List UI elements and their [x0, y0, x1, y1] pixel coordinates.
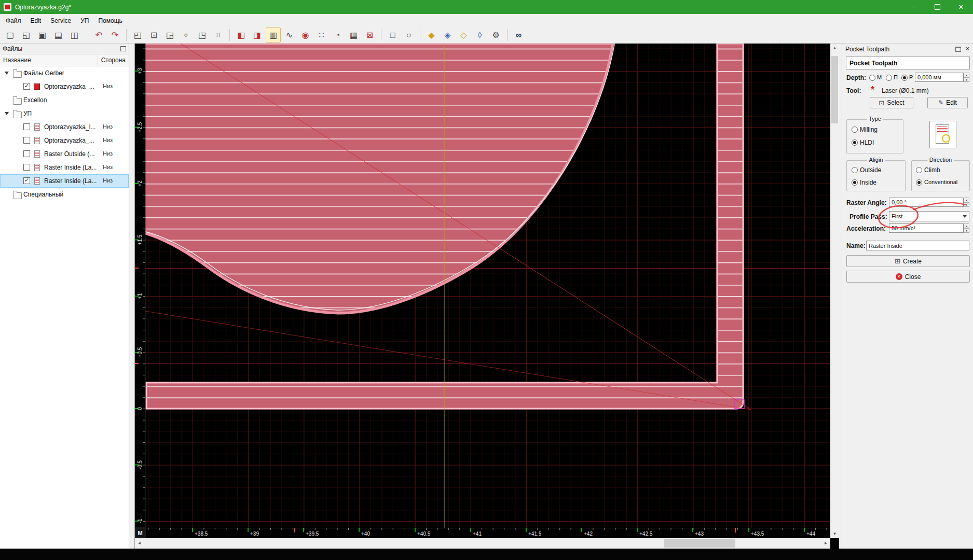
scroll-right-arrow[interactable]: ►	[821, 539, 830, 548]
depth-input[interactable]: 0,000 мм	[915, 73, 964, 82]
curve-tool-icon[interactable]: ∿	[282, 27, 297, 43]
scroll-up-arrow[interactable]: ▲	[830, 44, 839, 52]
mirror-vertical-icon[interactable]: ◨	[250, 27, 265, 43]
create-button[interactable]: Create	[846, 255, 970, 267]
align-option-inside[interactable]: Inside	[860, 179, 876, 186]
close-panel-button[interactable]: Close	[846, 271, 970, 283]
minimize-button[interactable]	[901, 0, 925, 14]
redo-icon[interactable]: ↷	[107, 27, 122, 43]
raster-angle-spinner[interactable]: ▲▼	[964, 198, 969, 207]
raster-angle-input[interactable]: 0,00 °	[889, 198, 964, 207]
vertical-scroll-thumb[interactable]	[831, 56, 838, 123]
direction-option-climb[interactable]: Climb	[924, 166, 940, 174]
tree-row-up-folder[interactable]: УП	[0, 107, 129, 120]
menu-edit[interactable]: Edit	[26, 15, 46, 26]
layer-checkbox[interactable]	[23, 177, 30, 184]
open-file-icon[interactable]: ◱	[19, 27, 34, 43]
menu-up[interactable]: УП	[76, 15, 93, 26]
fixture-marks-icon[interactable]: ⊠	[362, 27, 377, 43]
canvas-svg[interactable]: +3 +2.5 +2 +1.5 +1 +0.5 0 -0.5 -1	[135, 44, 830, 538]
select-all-icon[interactable]: ⊡	[146, 27, 161, 43]
transform-tool-icon[interactable]: ◳	[195, 27, 210, 43]
tree-row-toolpath-1[interactable]: Optorazvyazka_l... Низ	[0, 120, 129, 134]
tree-row-gerber-folder[interactable]: Файлы Gerber	[0, 66, 129, 80]
draw-ellipse-icon[interactable]: ○	[401, 27, 416, 43]
direction-radio-climb[interactable]	[916, 167, 922, 173]
menu-help[interactable]: Помощь	[93, 15, 127, 26]
layer-checkbox[interactable]	[23, 123, 30, 130]
acceleration-spinner[interactable]: ▲▼	[964, 223, 969, 233]
direction-radio-conventional[interactable]	[916, 179, 922, 186]
settings-icon[interactable]: ⚙	[488, 27, 503, 43]
horizontal-scroll-thumb[interactable]	[664, 539, 735, 548]
tree-row-toolpath-4[interactable]: Raster Inside (La... Низ	[0, 161, 129, 174]
tree-row-toolpath-5-selected[interactable]: Raster Inside (La... Низ	[0, 174, 129, 188]
scroll-down-arrow[interactable]: ▼	[830, 529, 839, 538]
name-input[interactable]: Raster Inside	[866, 241, 969, 250]
tree-row-toolpath-3[interactable]: Raster Outside (... Низ	[0, 147, 129, 161]
scroll-left-arrow[interactable]: ◄	[135, 539, 144, 548]
undock-icon[interactable]	[120, 46, 126, 51]
poly-intersect-icon[interactable]: ◇	[456, 27, 471, 43]
poly-union-icon[interactable]: ◆	[424, 27, 439, 43]
simulate-icon[interactable]: ◔	[330, 27, 345, 43]
align-radio-inside[interactable]	[852, 179, 858, 186]
depth-radio-p2[interactable]	[901, 75, 908, 81]
poly-offset-icon[interactable]: ◊	[472, 27, 487, 43]
tree-row-special-folder[interactable]: Специальный	[0, 188, 129, 201]
mirror-horizontal-icon[interactable]: ◧	[234, 27, 249, 43]
depth-spinner[interactable]: ▲▼	[964, 73, 969, 82]
tree-row-excellon-folder[interactable]: Excellon	[0, 93, 129, 107]
poly-subtract-icon[interactable]: ◈	[440, 27, 455, 43]
ruler-units-box[interactable]: M	[135, 528, 145, 538]
find-icon[interactable]: ∞	[511, 27, 526, 43]
close-button[interactable]	[949, 0, 973, 14]
new-file-icon[interactable]: ▢	[3, 27, 18, 43]
layer-checkbox[interactable]	[23, 150, 30, 157]
type-radio-hldi[interactable]	[852, 139, 858, 146]
panel-close-icon[interactable]	[965, 46, 970, 52]
dot-grid-icon[interactable]: ∷	[314, 27, 329, 43]
depth-option-m[interactable]: M	[877, 74, 882, 80]
layer-checkbox[interactable]	[23, 137, 30, 144]
depth-option-p2[interactable]: P	[909, 74, 913, 80]
move-tool-icon[interactable]: ⌖	[179, 27, 194, 43]
snap-grid-icon[interactable]: ⌗	[211, 27, 226, 43]
expander-icon[interactable]	[5, 72, 9, 75]
align-option-outside[interactable]: Outside	[860, 166, 881, 174]
canvas-area[interactable]: +3 +2.5 +2 +1.5 +1 +0.5 0 -0.5 -1	[135, 44, 830, 538]
type-radio-milling[interactable]	[852, 127, 858, 133]
type-option-milling[interactable]: Milling	[860, 126, 878, 133]
column-name[interactable]: Название	[0, 54, 98, 66]
table-view-icon[interactable]: ▦	[346, 27, 361, 43]
laser-spot-icon[interactable]: ◉	[298, 27, 313, 43]
panel-splitter[interactable]	[129, 44, 135, 549]
save-all-icon[interactable]: ▤	[51, 27, 66, 43]
horizontal-scrollbar[interactable]: ◄ ►	[135, 538, 830, 549]
edit-tool-button[interactable]: Edit	[927, 97, 968, 108]
depth-radio-p1[interactable]	[886, 75, 892, 81]
undo-icon[interactable]: ↶	[91, 27, 106, 43]
expander-icon[interactable]	[5, 112, 9, 115]
align-radio-outside[interactable]	[852, 167, 858, 173]
column-side[interactable]: Сторона	[98, 54, 129, 66]
maximize-button[interactable]	[925, 0, 949, 14]
select-tool-button[interactable]: Select	[870, 97, 913, 108]
save-file-icon[interactable]: ▣	[35, 27, 50, 43]
depth-radio-m[interactable]	[869, 75, 875, 81]
undock-icon[interactable]	[955, 47, 961, 52]
profile-pass-dropdown[interactable]: First	[889, 211, 969, 221]
menu-service[interactable]: Service	[46, 15, 76, 26]
direction-option-conventional[interactable]: Conventional	[924, 179, 957, 185]
vertical-scrollbar[interactable]: ▲ ▼	[830, 44, 839, 538]
layer-checkbox[interactable]	[23, 164, 30, 171]
menu-file[interactable]: Файл	[1, 15, 26, 26]
select-region-icon[interactable]: ◰	[130, 27, 145, 43]
deselect-icon[interactable]: ◲	[162, 27, 177, 43]
raster-view-icon[interactable]: ▥	[266, 27, 281, 43]
tree-row-gerber-file[interactable]: Optorazvyazka_... Низ	[0, 80, 129, 93]
export-gcode-icon[interactable]: ◫	[67, 27, 82, 43]
depth-option-p1[interactable]: П	[894, 74, 898, 80]
acceleration-input[interactable]: 50 mm/c²	[889, 223, 964, 233]
layer-checkbox[interactable]	[23, 83, 30, 90]
